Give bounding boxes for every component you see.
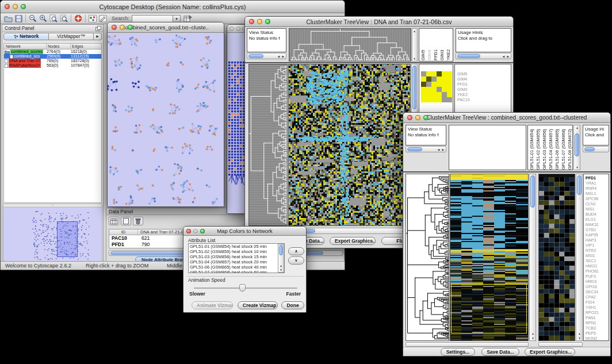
scroll-left-icon[interactable]: ◀ xyxy=(437,148,441,151)
export-graphics-button[interactable]: Export Graphics... xyxy=(525,348,575,356)
scroll-up-icon[interactable]: ▲ xyxy=(279,264,283,267)
trash-icon[interactable] xyxy=(133,217,143,225)
attribute-browser-icon[interactable] xyxy=(183,15,192,22)
scroll-down-icon[interactable]: ▼ xyxy=(577,336,582,340)
speed-slider-thumb[interactable] xyxy=(239,284,246,292)
zoom-view-vscrollbar[interactable]: ▲ ▼ xyxy=(576,174,583,341)
close-icon[interactable] xyxy=(230,26,234,31)
export-graphics-button[interactable]: Export Graphics... xyxy=(330,237,376,245)
network-table-header[interactable]: Network Nodes Edges xyxy=(4,44,101,49)
heatmap-vscrollbar[interactable]: ▲ ▼ xyxy=(529,174,536,341)
scroll-up-icon[interactable]: ▲ xyxy=(531,332,535,335)
treeview2-title-bar[interactable]: ClusterMaker TreeView : combined_scores_… xyxy=(403,113,610,123)
scroll-down-icon[interactable]: ▼ xyxy=(575,166,579,169)
column-header-id[interactable]: ID xyxy=(109,229,138,235)
new-attribute-icon[interactable] xyxy=(121,217,131,225)
treeview1-title-bar[interactable]: ClusterMaker TreeView : DNA and Tran 07-… xyxy=(245,17,513,27)
network-row-combined-scores[interactable]: combined_scores 2764(0) 16218(0) xyxy=(4,49,101,54)
network-row-rnapuber[interactable]: RNAPuberNov2+ 563(0) 107847(0) xyxy=(4,63,101,68)
zoom-in-icon[interactable] xyxy=(39,14,47,22)
zoom-window-icon[interactable] xyxy=(21,4,26,9)
animate-vizmap-button[interactable]: Animate Vizmap xyxy=(192,301,233,309)
minimize-icon[interactable] xyxy=(120,25,125,30)
close-icon[interactable] xyxy=(186,229,191,233)
settings-button[interactable]: Settings... xyxy=(441,348,475,356)
minimize-icon[interactable] xyxy=(415,115,420,120)
column-labels-vscrollbar[interactable]: ▲ ▼ xyxy=(573,125,580,170)
scroll-right-icon[interactable]: ▶ xyxy=(281,55,285,58)
tab-overflow-arrow[interactable]: ▶ xyxy=(94,33,102,40)
scroll-down-icon[interactable]: ▼ xyxy=(531,336,535,340)
zoom-view-canvas[interactable] xyxy=(539,174,575,340)
scroll-thumb[interactable] xyxy=(575,133,579,156)
done-button[interactable]: Done xyxy=(281,301,304,309)
birdseye-canvas[interactable] xyxy=(3,208,102,261)
usage-hints-hscrollbar[interactable] xyxy=(583,146,609,152)
float-panel-icon[interactable] xyxy=(95,26,101,33)
scroll-thumb[interactable] xyxy=(412,66,416,109)
window-controls[interactable] xyxy=(5,1,26,13)
zoom-fit-icon[interactable] xyxy=(49,14,58,22)
minimize-icon[interactable] xyxy=(13,4,18,9)
bottom-hscrollbar[interactable] xyxy=(406,342,529,347)
column-header-nodes[interactable]: Nodes xyxy=(47,44,71,49)
row-dendrogram-canvas[interactable] xyxy=(249,64,287,225)
heatmap-canvas[interactable] xyxy=(450,174,528,340)
window-controls[interactable] xyxy=(249,17,270,26)
column-dendrogram-canvas[interactable] xyxy=(289,29,411,61)
scroll-right-icon[interactable]: ▶ xyxy=(441,148,445,151)
search-combo-arrow-icon[interactable]: ▼ xyxy=(173,15,181,22)
move-down-button[interactable]: v xyxy=(288,256,304,265)
network-title-bar[interactable]: combined_scores_good.txt--cluste... xyxy=(108,22,224,33)
zoom-window-icon[interactable] xyxy=(128,25,133,30)
minimize-icon[interactable] xyxy=(193,229,198,233)
close-icon[interactable] xyxy=(249,19,254,24)
window-controls[interactable] xyxy=(112,22,133,32)
usage-hints-hscrollbar[interactable]: ◀ ▶ xyxy=(456,53,511,59)
close-icon[interactable] xyxy=(407,115,412,120)
scroll-up-icon[interactable]: ▲ xyxy=(412,29,416,33)
listbox-vscrollbar[interactable]: ▲ ▼ xyxy=(278,244,284,273)
scroll-thumb[interactable] xyxy=(530,175,535,208)
open-session-icon[interactable] xyxy=(4,15,13,22)
close-icon[interactable] xyxy=(112,25,117,30)
similarity-matrix[interactable] xyxy=(421,71,452,102)
column-dendrogram-panel[interactable] xyxy=(449,125,526,170)
network-row-dna-tran[interactable]: DNA and Tran 07 769(0) 183728(0) xyxy=(4,59,101,63)
row-dendrogram-canvas[interactable] xyxy=(406,174,449,340)
column-header-edges[interactable]: Edges xyxy=(71,44,99,49)
scroll-left-icon[interactable]: ◀ xyxy=(277,55,281,58)
scroll-thumb[interactable] xyxy=(279,245,283,255)
dialog-title-bar[interactable]: Map Colors to Network xyxy=(183,227,306,236)
view-status-hscrollbar[interactable]: ◀ ▶ xyxy=(247,53,286,59)
table-icon[interactable] xyxy=(109,217,119,225)
scroll-down-icon[interactable]: ▼ xyxy=(279,268,283,271)
main-title-bar[interactable]: Cytoscape Desktop (Session Name: collins… xyxy=(1,1,345,13)
tab-vizmapper[interactable]: VizMapper™ xyxy=(49,33,94,40)
minimize-icon[interactable] xyxy=(257,19,262,24)
zoom-window-icon[interactable] xyxy=(265,19,270,24)
save-data-button[interactable]: Save Data... xyxy=(481,348,519,356)
save-session-icon[interactable] xyxy=(15,15,22,22)
scroll-left-icon[interactable]: ◀ xyxy=(502,55,506,58)
zoom-window-icon[interactable] xyxy=(423,115,429,120)
scroll-up-icon[interactable]: ▲ xyxy=(575,126,579,129)
scroll-thumb[interactable] xyxy=(457,54,480,58)
view-status-hscrollbar[interactable]: ◀ ▶ xyxy=(406,146,446,152)
heatmap-canvas[interactable] xyxy=(289,64,410,225)
scroll-thumb[interactable] xyxy=(248,54,263,58)
scroll-thumb[interactable] xyxy=(577,175,582,195)
move-up-button[interactable]: ∧ xyxy=(288,247,304,255)
zoom-out-icon[interactable] xyxy=(29,14,37,22)
column-dendro-vscrollbar[interactable]: ▲ ▼ xyxy=(412,28,418,62)
help-lifebuoy-icon[interactable] xyxy=(74,14,82,22)
create-vizmap-button[interactable]: Create Vizmap xyxy=(238,301,278,309)
scroll-right-icon[interactable]: ▶ xyxy=(506,55,510,58)
column-header-network[interactable]: Network xyxy=(4,44,47,49)
annotation-icon[interactable] xyxy=(99,15,107,22)
minimize-icon[interactable] xyxy=(236,26,240,31)
window-controls[interactable] xyxy=(407,113,429,122)
scroll-up-icon[interactable]: ▲ xyxy=(577,332,582,335)
close-icon[interactable] xyxy=(5,4,10,9)
network-canvas[interactable] xyxy=(108,33,224,206)
